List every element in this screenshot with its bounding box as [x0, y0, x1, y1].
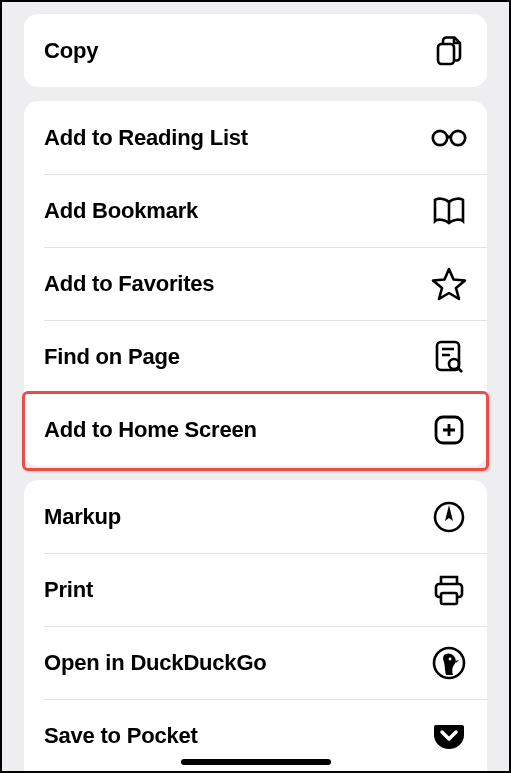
- bookmark-label: Add Bookmark: [44, 198, 198, 224]
- action-group-1: Copy: [24, 14, 487, 87]
- duckduckgo-row[interactable]: Open in DuckDuckGo: [24, 626, 487, 699]
- reading-list-row[interactable]: Add to Reading List: [24, 101, 487, 174]
- action-group-2: Add to Reading List Add Bookmark Add to …: [24, 101, 487, 466]
- print-label: Print: [44, 577, 93, 603]
- svg-point-2: [451, 130, 465, 144]
- bookmark-row[interactable]: Add Bookmark: [24, 174, 487, 247]
- copy-icon: [431, 33, 467, 69]
- duckduckgo-icon: [431, 645, 467, 681]
- glasses-icon: [431, 120, 467, 156]
- action-group-3: Markup Print Open in DuckDuckGo: [24, 480, 487, 772]
- home-screen-label: Add to Home Screen: [44, 417, 257, 443]
- markup-row[interactable]: Markup: [24, 480, 487, 553]
- find-label: Find on Page: [44, 344, 180, 370]
- svg-point-15: [449, 657, 452, 660]
- reading-list-label: Add to Reading List: [44, 125, 248, 151]
- svg-point-1: [433, 130, 447, 144]
- favorites-row[interactable]: Add to Favorites: [24, 247, 487, 320]
- share-sheet: Copy Add to Reading List Add: [2, 2, 509, 771]
- find-row[interactable]: Find on Page: [24, 320, 487, 393]
- svg-rect-0: [438, 44, 454, 64]
- pocket-icon: [431, 718, 467, 754]
- svg-rect-13: [441, 593, 457, 604]
- markup-icon: [431, 499, 467, 535]
- copy-row[interactable]: Copy: [24, 14, 487, 87]
- favorites-label: Add to Favorites: [44, 271, 214, 297]
- markup-label: Markup: [44, 504, 121, 530]
- home-indicator: [181, 759, 331, 765]
- duckduckgo-label: Open in DuckDuckGo: [44, 650, 267, 676]
- printer-icon: [431, 572, 467, 608]
- copy-label: Copy: [44, 38, 98, 64]
- svg-line-7: [458, 368, 462, 372]
- find-icon: [431, 339, 467, 375]
- star-icon: [431, 266, 467, 302]
- plus-square-icon: [431, 412, 467, 448]
- svg-point-6: [449, 359, 459, 369]
- book-icon: [431, 193, 467, 229]
- pocket-label: Save to Pocket: [44, 723, 198, 749]
- home-screen-row[interactable]: Add to Home Screen: [24, 393, 487, 466]
- print-row[interactable]: Print: [24, 553, 487, 626]
